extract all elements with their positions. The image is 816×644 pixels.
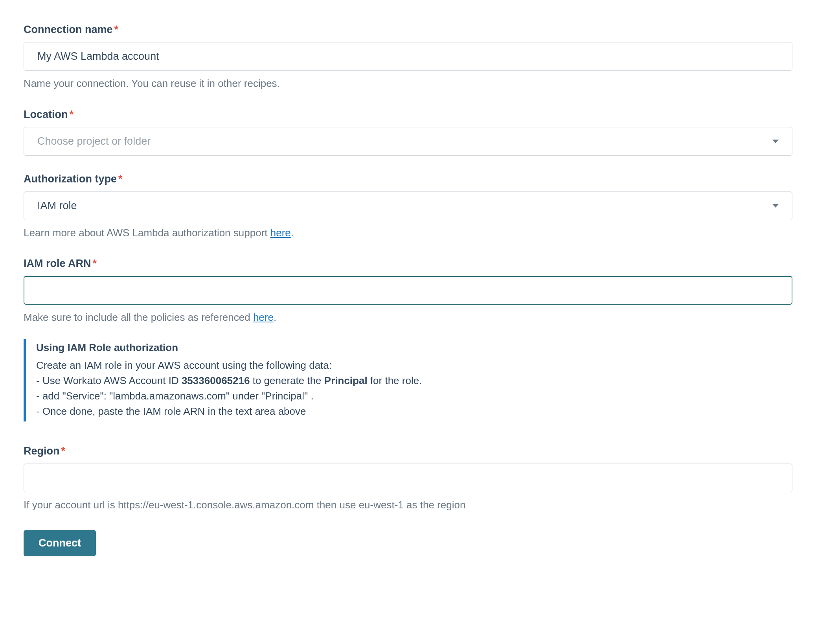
connection-name-input[interactable] — [24, 42, 792, 71]
auth-type-field: Authorization type* IAM role Learn more … — [24, 173, 792, 241]
principal-word: Principal — [324, 375, 368, 386]
iam-info-line-2: - add "Service": "lambda.amazonaws.com" … — [36, 388, 792, 404]
auth-type-select[interactable]: IAM role — [24, 191, 792, 220]
connect-button[interactable]: Connect — [24, 530, 96, 556]
iam-role-arn-help-link[interactable]: here — [253, 311, 274, 323]
auth-type-value: IAM role — [37, 200, 77, 212]
region-field: Region* If your account url is https://e… — [24, 445, 792, 513]
iam-role-arn-help: Make sure to include all the policies as… — [24, 310, 792, 325]
location-label: Location* — [24, 109, 792, 121]
location-select[interactable]: Choose project or folder — [24, 127, 792, 156]
iam-role-arn-label: IAM role ARN* — [24, 258, 792, 270]
required-marker: * — [70, 109, 74, 120]
iam-role-arn-input[interactable] — [24, 276, 792, 305]
iam-role-arn-help-suffix: . — [274, 311, 276, 323]
location-field: Location* Choose project or folder — [24, 109, 792, 156]
chevron-down-icon — [772, 140, 779, 143]
iam-info-intro: Create an IAM role in your AWS account u… — [36, 358, 792, 373]
iam-role-arn-field: IAM role ARN* Make sure to include all t… — [24, 258, 792, 421]
iam-role-arn-help-text: Make sure to include all the policies as… — [24, 311, 253, 323]
region-label-text: Region — [24, 445, 60, 457]
iam-info-title: Using IAM Role authorization — [36, 342, 792, 354]
region-input[interactable] — [24, 464, 792, 492]
connection-name-label-text: Connection name — [24, 24, 113, 35]
location-label-text: Location — [24, 109, 68, 120]
location-placeholder: Choose project or folder — [37, 135, 151, 147]
iam-role-arn-label-text: IAM role ARN — [24, 258, 91, 269]
iam-info-line-3: - Once done, paste the IAM role ARN in t… — [36, 404, 792, 419]
chevron-down-icon — [772, 204, 779, 208]
connection-name-field: Connection name* Name your connection. Y… — [24, 24, 792, 91]
required-marker: * — [61, 445, 66, 457]
auth-type-label: Authorization type* — [24, 173, 792, 185]
auth-type-help: Learn more about AWS Lambda authorizatio… — [24, 226, 792, 241]
auth-type-help-link[interactable]: here — [270, 227, 291, 239]
required-marker: * — [114, 24, 119, 35]
auth-type-help-text: Learn more about AWS Lambda authorizatio… — [24, 227, 270, 239]
iam-info-box: Using IAM Role authorization Create an I… — [24, 339, 792, 421]
aws-account-id: 353360065216 — [182, 375, 250, 386]
required-marker: * — [93, 258, 97, 269]
required-marker: * — [118, 173, 123, 185]
region-help: If your account url is https://eu-west-1… — [24, 498, 792, 513]
connection-name-help: Name your connection. You can reuse it i… — [24, 76, 792, 91]
iam-info-line-1: - Use Workato AWS Account ID 35336006521… — [36, 373, 792, 388]
auth-type-help-suffix: . — [291, 227, 294, 239]
region-label: Region* — [24, 445, 792, 457]
auth-type-label-text: Authorization type — [24, 173, 117, 185]
connection-name-label: Connection name* — [24, 24, 792, 36]
